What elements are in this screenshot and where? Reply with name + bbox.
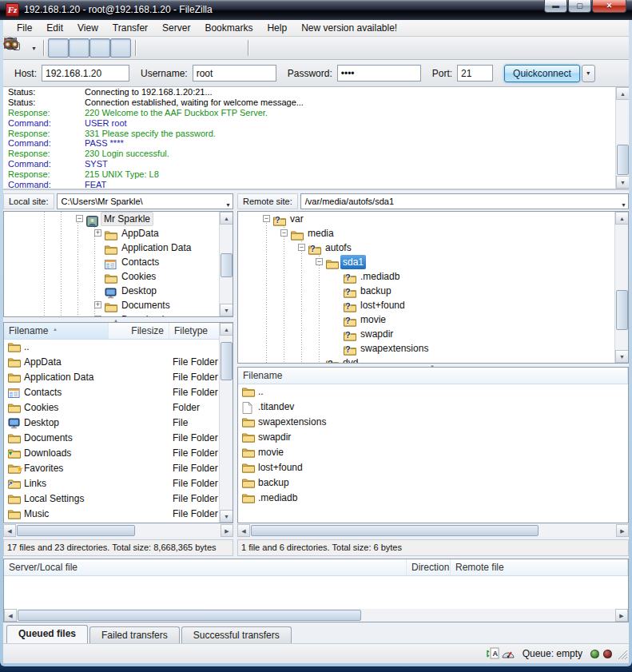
- compare-directories-button[interactable]: [252, 38, 273, 58]
- remote-file-list[interactable]: ...titandevswapextensionsswapdirmovielos…: [238, 384, 628, 506]
- find-files-button[interactable]: [315, 38, 336, 58]
- remote-hscroll-thumb[interactable]: [251, 525, 539, 536]
- menu-item-file[interactable]: File: [10, 21, 39, 35]
- message-log[interactable]: Status:Connecting to 192.168.1.20:21...S…: [3, 87, 629, 190]
- queue-header-direction[interactable]: Direction: [407, 559, 451, 575]
- minimize-button[interactable]: ▬: [544, 0, 567, 13]
- maximize-button[interactable]: ▢: [568, 0, 591, 13]
- tree-item-contacts[interactable]: Contacts: [4, 255, 233, 269]
- tab-queued-files[interactable]: Queued files: [6, 625, 88, 643]
- port-input[interactable]: [457, 65, 493, 82]
- scroll-down-icon[interactable]: ▼: [220, 510, 233, 523]
- column-header-filesize[interactable]: Filesize: [109, 323, 169, 339]
- titlebar[interactable]: Fz 192.168.1.20 - root@192.168.1.20 - Fi…: [0, 0, 632, 20]
- quickconnect-dropdown[interactable]: ▼: [582, 65, 595, 82]
- tree-item-cookies[interactable]: Cookies: [4, 269, 233, 284]
- collapse-icon[interactable]: −: [76, 215, 83, 222]
- file-row-item[interactable]: ..: [238, 384, 628, 400]
- toggle-queue-button[interactable]: Q: [110, 38, 131, 58]
- file-row-lost-found[interactable]: lost+found: [238, 460, 628, 475]
- local-file-list-panel[interactable]: ▲FilenameFilesizeFiletype ..AppDataFile …: [3, 322, 233, 523]
- local-hscroll-thumb[interactable]: [17, 525, 135, 536]
- column-header-filetype[interactable]: Filetype: [169, 323, 221, 339]
- transfer-type-icon[interactable]: A: [486, 647, 500, 660]
- remote-tree-panel[interactable]: ▲ ▼ −?var−media−?autofs−sda1?.mediadb?ba…: [237, 211, 629, 364]
- scroll-up-icon[interactable]: ▲: [616, 87, 629, 100]
- scroll-right-icon[interactable]: ▶: [616, 524, 629, 537]
- local-list-scrollbar[interactable]: ▲ ▼: [219, 323, 233, 523]
- remote-file-list-panel[interactable]: Filename ...titandevswapextensionsswapdi…: [237, 367, 629, 523]
- local-list-hscrollbar[interactable]: ◀ ▶: [3, 524, 233, 537]
- tree-item-label[interactable]: Application Data: [119, 241, 193, 255]
- tree-item-label[interactable]: media: [305, 226, 336, 241]
- tree-item-label[interactable]: backup: [358, 284, 394, 298]
- file-row-mediadb[interactable]: .mediadb: [238, 491, 628, 506]
- tree-item-swapdir[interactable]: ?swapdir: [238, 327, 628, 341]
- file-row-contacts[interactable]: ContactsFile Folder: [4, 385, 233, 400]
- tree-item-label[interactable]: movie: [358, 312, 388, 327]
- file-row-links[interactable]: ↗LinksFile Folder: [4, 476, 233, 491]
- tree-item-autofs[interactable]: −?autofs: [238, 241, 628, 255]
- tree-item-label[interactable]: Desktop: [119, 284, 159, 298]
- tree-item-dvd[interactable]: ?dvd: [238, 356, 628, 364]
- toggle-message-log-button[interactable]: [48, 38, 69, 58]
- local-tree-panel[interactable]: ▲ ▼ −Mr Sparkle+AppDataApplication DataC…: [3, 211, 233, 317]
- log-scrollbar[interactable]: ▲ ▼: [615, 87, 629, 189]
- close-button[interactable]: ✕: [592, 0, 626, 13]
- tree-item-documents[interactable]: +Documents: [4, 298, 233, 312]
- scroll-right-icon[interactable]: ▶: [221, 524, 233, 537]
- tree-item-sda1[interactable]: −sda1: [238, 255, 628, 269]
- tree-item-label[interactable]: .mediadb: [358, 269, 402, 284]
- file-row-movie[interactable]: movie: [238, 445, 628, 460]
- file-row-cookies[interactable]: CookiesFolder: [4, 400, 233, 416]
- tree-item-label[interactable]: Downloads: [119, 312, 171, 317]
- scroll-up-icon[interactable]: ▲: [220, 323, 233, 336]
- tree-item-label[interactable]: autofs: [323, 241, 354, 255]
- tree-item-label[interactable]: var: [288, 212, 306, 226]
- file-row-documents[interactable]: DocumentsFile Folder: [4, 431, 233, 446]
- file-row-desktop[interactable]: DesktopFile: [4, 416, 233, 431]
- file-row-application-data[interactable]: Application DataFile Folder: [4, 370, 233, 385]
- queue-header-local[interactable]: Server/Local file: [4, 559, 407, 575]
- file-row-titandev[interactable]: .titandev: [238, 400, 628, 415]
- collapse-icon[interactable]: −: [280, 229, 288, 237]
- tree-item-downloads[interactable]: +▼Downloads: [4, 312, 233, 317]
- file-row-local-settings[interactable]: Local SettingsFile Folder: [4, 491, 233, 507]
- file-row-favorites[interactable]: ★FavoritesFile Folder: [4, 461, 233, 476]
- tree-item-label[interactable]: Mr Sparkle: [101, 212, 153, 226]
- scroll-down-icon[interactable]: ▼: [616, 176, 629, 189]
- file-row-item[interactable]: ..: [4, 340, 233, 355]
- reconnect-button[interactable]: R: [223, 38, 244, 58]
- chevron-down-icon[interactable]: ▼: [621, 198, 626, 209]
- tree-item-mediadb[interactable]: ?.mediadb: [238, 269, 628, 284]
- column-header-filename[interactable]: Filename: [238, 368, 628, 384]
- collapse-icon[interactable]: −: [316, 258, 323, 265]
- tree-item-label[interactable]: Contacts: [119, 255, 161, 269]
- collapse-icon[interactable]: −: [263, 215, 270, 222]
- remote-list-hscrollbar[interactable]: ◀ ▶: [237, 524, 629, 537]
- resize-grip[interactable]: [616, 648, 627, 659]
- queue-hscroll-thumb[interactable]: [18, 610, 361, 621]
- menu-item-new-version-available[interactable]: New version available!: [294, 21, 404, 35]
- menu-item-transfer[interactable]: Transfer: [105, 21, 155, 35]
- tree-item-label[interactable]: dvd: [340, 356, 360, 364]
- menu-item-help[interactable]: Help: [260, 21, 294, 35]
- site-manager-dropdown-button[interactable]: ▼: [29, 38, 39, 58]
- log-scroll-thumb[interactable]: [617, 145, 629, 175]
- tree-item-var[interactable]: −?var: [238, 212, 628, 226]
- transfer-queue-panel[interactable]: Server/Local file Direction Remote file …: [3, 559, 629, 622]
- quickconnect-button[interactable]: Quickconnect: [504, 65, 580, 82]
- scroll-left-icon[interactable]: ◀: [3, 524, 16, 537]
- menu-item-view[interactable]: View: [70, 21, 105, 35]
- tree-item-mr-sparkle[interactable]: −Mr Sparkle: [4, 212, 233, 226]
- password-input[interactable]: [337, 65, 421, 82]
- collapse-icon[interactable]: −: [298, 244, 305, 251]
- local-site-combo[interactable]: C:\Users\Mr Sparkle\ ▼: [57, 193, 233, 209]
- file-row-swapextensions[interactable]: swapextensions: [238, 415, 628, 430]
- synchronized-browsing-button[interactable]: [294, 38, 315, 58]
- username-input[interactable]: [193, 65, 276, 82]
- expand-icon[interactable]: +: [94, 316, 101, 317]
- tree-item-label[interactable]: sda1: [340, 255, 366, 269]
- queue-hscrollbar[interactable]: ◀ ▶: [4, 609, 628, 622]
- menu-item-edit[interactable]: Edit: [39, 21, 70, 35]
